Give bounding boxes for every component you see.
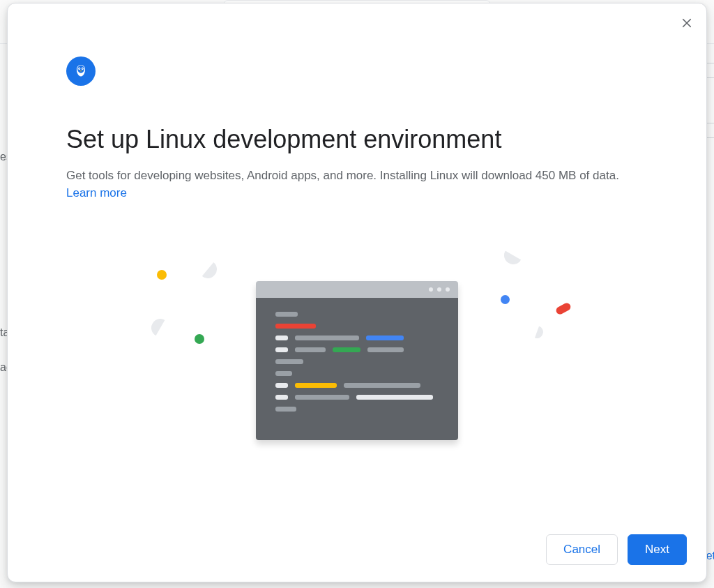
- halfmoon-icon: [529, 324, 545, 340]
- linux-setup-dialog: Set up Linux development environment Get…: [7, 3, 707, 582]
- next-button[interactable]: Next: [628, 534, 687, 565]
- cancel-button[interactable]: Cancel: [546, 534, 618, 565]
- pill-icon: [555, 301, 572, 315]
- illustration: [66, 200, 648, 522]
- halfmoon-icon: [501, 243, 526, 268]
- close-button[interactable]: [677, 13, 697, 33]
- svg-point-7: [82, 68, 82, 69]
- dialog-subtitle: Get tools for developing websites, Andro…: [66, 167, 648, 185]
- learn-more-link[interactable]: Learn more: [66, 186, 648, 200]
- dot-icon: [501, 295, 510, 304]
- dot-icon: [195, 334, 204, 344]
- dialog-footer: Cancel Next: [8, 522, 706, 582]
- halfmoon-icon: [195, 256, 221, 282]
- dot-icon: [157, 270, 167, 280]
- halfmoon-icon: [148, 315, 173, 340]
- dialog-title: Set up Linux development environment: [66, 125, 648, 154]
- penguin-icon: [66, 56, 96, 86]
- close-icon: [681, 17, 693, 29]
- bg-text: et: [706, 550, 714, 562]
- svg-point-6: [79, 68, 79, 69]
- terminal-window-icon: [256, 281, 458, 440]
